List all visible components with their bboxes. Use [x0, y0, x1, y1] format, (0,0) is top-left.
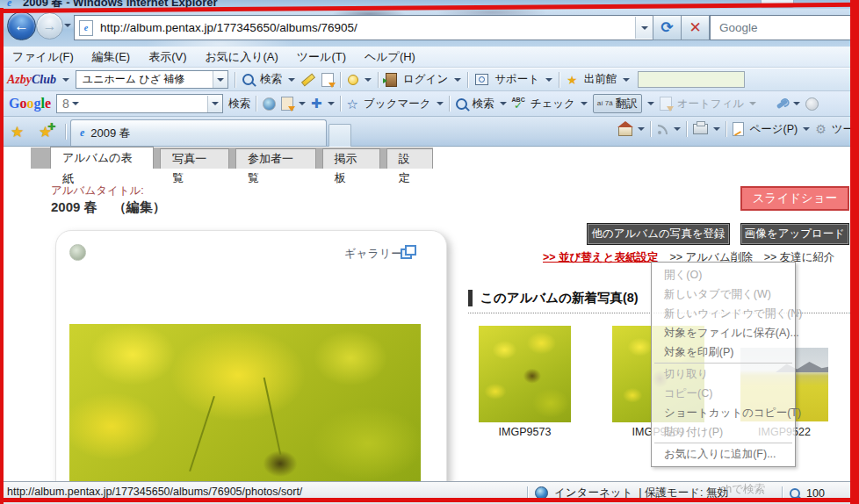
google-check-button[interactable]: チェック — [531, 97, 575, 112]
google-translate-button[interactable]: aí 7ä 翻訳 — [593, 94, 642, 113]
google-combo-dropdown-icon[interactable] — [72, 102, 79, 105]
demae-dropdown-icon[interactable] — [623, 78, 630, 82]
google-search-button[interactable]: 検索 — [228, 97, 250, 112]
azby-support-button[interactable]: サポート — [494, 72, 539, 87]
highlighter-icon[interactable] — [301, 73, 315, 86]
menu-favorites[interactable]: お気に入り(A) — [206, 49, 278, 65]
page-menu-button[interactable]: ページ(P) — [749, 122, 798, 137]
toolbar-settings-wrench-icon[interactable] — [776, 98, 789, 109]
add-favorite-icon[interactable]: ★✚ — [39, 123, 52, 141]
tab-settings[interactable]: 設定 — [386, 148, 433, 169]
cover-photo[interactable] — [69, 324, 421, 494]
menu-item-copy-shortcut[interactable]: ショートカットのコピー(T) — [652, 403, 795, 422]
support-dropdown-icon[interactable] — [545, 78, 552, 82]
menu-item-open[interactable]: 開く(O) — [652, 265, 795, 284]
azby-login-button[interactable]: ログイン — [403, 72, 448, 87]
tab-photo-list[interactable]: 写真一覧 — [160, 148, 229, 169]
print-dropdown-icon[interactable] — [713, 127, 720, 131]
photos-dropdown-icon[interactable] — [299, 102, 306, 105]
login-dropdown-icon[interactable] — [454, 78, 461, 82]
menu-item-cut[interactable]: 切り取り — [652, 364, 795, 384]
google-find-button[interactable]: 検索 — [473, 97, 494, 112]
back-button[interactable]: ← — [7, 11, 36, 40]
toolbar-separator — [725, 121, 727, 137]
zoom-icon[interactable] — [790, 488, 800, 499]
edit-link[interactable]: （編集） — [113, 199, 166, 214]
find-dropdown-icon[interactable] — [500, 102, 507, 105]
rss-feed-icon[interactable] — [657, 124, 668, 135]
add-gadget-plus-icon[interactable]: ✚ — [311, 96, 322, 112]
print-icon[interactable] — [693, 124, 708, 134]
google-earth-icon[interactable] — [263, 97, 276, 111]
azby-search-dropdown-icon[interactable] — [288, 78, 295, 82]
stop-button[interactable]: ✕ — [681, 15, 710, 40]
translate-dropdown-icon[interactable] — [647, 102, 654, 105]
save-page-icon[interactable] — [321, 73, 334, 87]
autofill-dropdown-icon[interactable] — [749, 102, 756, 105]
azby-search-dropdown-button[interactable] — [213, 71, 227, 88]
menu-separator — [654, 363, 792, 364]
tab-title: 2009 春 — [90, 126, 131, 141]
account-circle-icon[interactable] — [805, 97, 819, 111]
page-dropdown-icon[interactable] — [803, 127, 810, 131]
tab-active[interactable]: e 2009 春 — [70, 119, 327, 146]
menu-item-paste[interactable]: 貼り付け(P) — [652, 422, 795, 442]
azby-search-field[interactable] — [76, 70, 228, 89]
menu-item-open-new-tab[interactable]: 新しいタブで開く(W) — [652, 284, 795, 304]
wrench-dropdown-icon[interactable] — [793, 102, 800, 105]
azbyclub-logo[interactable]: AzbyClub — [7, 73, 56, 87]
favorites-star-icon[interactable]: ★ — [11, 123, 24, 141]
menu-item-add-favorites[interactable]: お気に入りに追加(F)... — [652, 444, 795, 464]
bookmarks-dropdown-icon[interactable] — [437, 102, 444, 105]
menu-file[interactable]: ファイル(F) — [12, 49, 74, 65]
menu-tools[interactable]: ツール(T) — [297, 49, 346, 65]
gallery-label[interactable]: ギャラリー — [344, 246, 402, 262]
search-box[interactable] — [710, 15, 854, 40]
support-icon — [475, 74, 488, 85]
menu-item-copy[interactable]: コピー(C) — [652, 384, 795, 403]
azby-logo-dropdown-icon[interactable] — [62, 78, 69, 82]
menu-help[interactable]: ヘルプ(H) — [365, 49, 415, 65]
register-photos-button[interactable]: 他のアルバムの写真を登録 — [587, 223, 730, 245]
cascade-windows-icon[interactable] — [401, 245, 414, 257]
history-dropdown-icon[interactable] — [64, 24, 71, 27]
home-dropdown-icon[interactable] — [638, 127, 645, 131]
sort-settings-link[interactable]: >> 並び替えと表紙設定 — [543, 250, 658, 265]
google-search-dropdown-button[interactable] — [207, 96, 222, 112]
menu-item-open-new-window[interactable]: 新しいウィンドウで開く(N) — [652, 304, 795, 323]
search-input[interactable] — [718, 20, 835, 35]
upload-image-button[interactable]: 画像をアップロード — [740, 223, 849, 245]
azby-demae-button[interactable]: 出前館 — [584, 72, 617, 87]
google-autofill-button[interactable]: オートフィル — [677, 97, 744, 112]
menu-item-print-target[interactable]: 対象を印刷(P) — [652, 342, 795, 362]
google-search-field[interactable]: 8 — [56, 94, 223, 113]
demae-star-icon: ★ — [567, 74, 578, 86]
toolbar-separator — [559, 72, 560, 88]
azby-search-input[interactable] — [81, 73, 209, 87]
forward-button[interactable]: → — [36, 12, 63, 40]
tab-board[interactable]: 掲示板 — [322, 148, 380, 169]
address-input[interactable] — [98, 20, 635, 35]
tools-gear-icon: ⚙ — [815, 123, 827, 135]
photos-icon[interactable] — [281, 97, 293, 111]
lightbulb-icon[interactable] — [348, 75, 358, 85]
tab-members[interactable]: 参加者一覧 — [235, 148, 315, 169]
home-icon[interactable] — [618, 126, 632, 136]
address-bar[interactable]: e — [74, 15, 653, 40]
azby-search-button[interactable]: 検索 — [260, 72, 282, 87]
menu-view[interactable]: 表示(V) — [148, 49, 186, 65]
menu-item-save-target[interactable]: 対象をファイルに保存(A)... — [652, 323, 795, 342]
refresh-button[interactable]: ⟳ — [653, 15, 682, 40]
bulb-dropdown-icon[interactable] — [365, 78, 372, 82]
photo-thumbnail[interactable] — [479, 326, 571, 422]
menu-edit[interactable]: 編集(E) — [92, 49, 130, 65]
slideshow-button[interactable]: スライドショー — [740, 186, 849, 211]
address-dropdown-button[interactable] — [635, 17, 653, 39]
azby-extra-field[interactable] — [638, 71, 745, 88]
plus-dropdown-icon[interactable] — [328, 102, 335, 105]
check-dropdown-icon[interactable] — [581, 102, 588, 105]
tab-album-cover[interactable]: アルバムの表紙 — [50, 147, 154, 169]
feed-dropdown-icon[interactable] — [674, 127, 681, 131]
google-bookmarks-button[interactable]: ブックマーク — [364, 97, 430, 112]
new-tab-stub[interactable] — [328, 124, 351, 147]
